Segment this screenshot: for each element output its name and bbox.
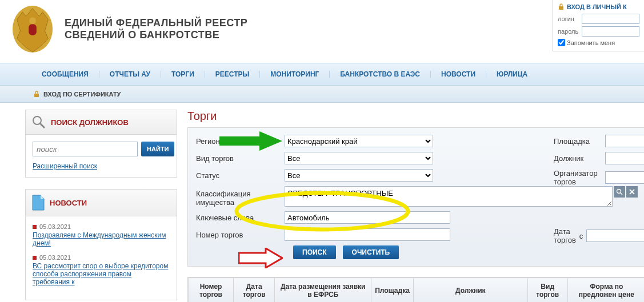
col-platform: Площадка: [371, 278, 414, 303]
svg-point-5: [33, 116, 41, 124]
debtor-search-panel: ПОИСК ДОЛЖНИКОВ НАЙТИ Расширенный поиск: [25, 110, 177, 178]
debtor-search-title: ПОИСК ДОЛЖНИКОВ: [51, 118, 129, 127]
login-input[interactable]: [582, 14, 639, 24]
filter-form: Регион Краснодарский край Вид торгов Все…: [187, 127, 644, 267]
news-panel: НОВОСТИ 05.03.2021 Поздравляем с Междуна…: [25, 189, 177, 300]
debtor-input[interactable]: [605, 152, 644, 164]
svg-point-2: [29, 18, 36, 25]
classification-label: Классификация имущества: [196, 186, 285, 207]
col-trade-no: Номер торгов: [189, 278, 234, 303]
svg-rect-1: [29, 24, 37, 35]
news-date: 05.03.2021: [33, 254, 170, 261]
svg-rect-7: [219, 136, 259, 146]
results-table: Номер торгов Дата торгов Дата размещения…: [187, 277, 644, 302]
news-link[interactable]: ВС рассмотрит спор о выборе кредитором с…: [33, 262, 170, 286]
password-label: пароль: [558, 28, 582, 35]
main-nav: СООБЩЕНИЯ ОТЧЕТЫ АУ ТОРГИ РЕЕСТРЫ МОНИТО…: [0, 63, 644, 86]
nav-item-trades[interactable]: ТОРГИ: [161, 71, 205, 78]
svg-line-6: [40, 123, 45, 128]
cert-login-bar[interactable]: ВХОД ПО СЕРТИФИКАТУ: [0, 86, 644, 103]
platform-input[interactable]: [605, 135, 644, 147]
platform-label: Площадка: [554, 137, 605, 146]
trade-type-select[interactable]: Все: [285, 152, 433, 164]
password-input[interactable]: [582, 26, 639, 37]
col-trade-type: Вид торгов: [527, 278, 567, 303]
region-select[interactable]: Краснодарский край: [285, 135, 433, 147]
nav-item-reports[interactable]: ОТЧЕТЫ АУ: [99, 71, 161, 78]
annotation-red-arrow-icon: [238, 248, 283, 268]
trade-no-label: Номер торгов: [196, 231, 285, 239]
nav-item-legal[interactable]: ЮРЛИЦА: [486, 71, 538, 78]
organizer-label: Организатор торгов: [554, 169, 605, 186]
login-header-text: ВХОД В ЛИЧНЫЙ К: [567, 3, 627, 10]
status-label: Статус: [196, 171, 285, 180]
nav-item-monitoring[interactable]: МОНИТОРИНГ: [260, 71, 330, 78]
svg-rect-4: [34, 94, 39, 97]
news-title: НОВОСТИ: [50, 199, 87, 207]
col-offer-form: Форма по предложен цене: [567, 278, 644, 303]
cert-bar-text: ВХОД ПО СЕРТИФИКАТУ: [43, 91, 121, 98]
trade-type-label: Вид торгов: [196, 154, 285, 163]
magnifier-icon: [31, 115, 46, 130]
news-item: 05.03.2021 ВС рассмотрит спор о выборе к…: [33, 254, 170, 286]
keywords-input[interactable]: [285, 211, 450, 224]
login-label: логин: [558, 15, 582, 22]
annotation-green-arrow-icon: [219, 131, 282, 151]
nav-item-eaeu[interactable]: БАНКРОТСТВО В ЕАЭС: [330, 71, 431, 78]
nav-item-registries[interactable]: РЕЕСТРЫ: [205, 71, 260, 78]
col-debtor: Должник: [413, 278, 527, 303]
debtor-search-input[interactable]: [33, 142, 138, 156]
news-link[interactable]: Поздравляем с Международным женским днем…: [33, 231, 170, 247]
svg-rect-3: [559, 6, 563, 10]
date-from-input[interactable]: [586, 229, 644, 242]
trade-no-input[interactable]: [285, 228, 450, 241]
remember-checkbox[interactable]: [558, 39, 565, 46]
svg-marker-8: [259, 131, 282, 151]
page-title: Торги: [187, 110, 644, 123]
keywords-label: Ключевые слова: [196, 214, 285, 222]
news-item: 05.03.2021 Поздравляем с Международным ж…: [33, 223, 170, 247]
debtor-label: Должник: [554, 154, 605, 163]
col-trade-date: Дата торгов: [234, 278, 275, 303]
lock-icon: [33, 91, 40, 98]
col-pub-date: Дата размещения заявки в ЕФРСБ: [275, 278, 371, 303]
coat-of-arms-icon: [10, 3, 55, 55]
search-button[interactable]: ПОИСК: [293, 245, 336, 259]
login-widget: ВХОД В ЛИЧНЫЙ К логин пароль Запомнить м…: [553, 0, 644, 51]
remember-label: Запомнить меня: [567, 39, 615, 46]
find-button[interactable]: НАЙТИ: [141, 142, 174, 156]
trade-date-label: Дата торгов: [554, 227, 576, 244]
date-from-label: с: [579, 232, 583, 240]
document-icon: [31, 194, 45, 211]
status-select[interactable]: Все: [285, 169, 433, 182]
clear-button[interactable]: ОЧИСТИТЬ: [343, 245, 399, 259]
advanced-search-link[interactable]: Расширенный поиск: [33, 162, 97, 170]
page-header: ЕДИНЫЙ ФЕДЕРАЛЬНЫЙ РЕЕСТР СВЕДЕНИЙ О БАН…: [0, 0, 644, 63]
organizer-input[interactable]: [605, 171, 644, 184]
nav-item-news[interactable]: НОВОСТИ: [431, 71, 486, 78]
lock-icon: [558, 3, 565, 10]
nav-item-messages[interactable]: СООБЩЕНИЯ: [31, 71, 99, 78]
news-date: 05.03.2021: [33, 223, 170, 230]
